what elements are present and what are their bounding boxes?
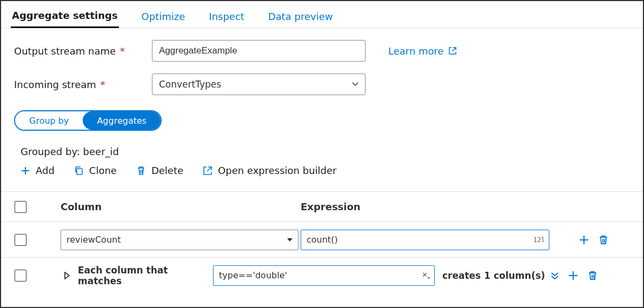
aggregates-table: Column Expression reviewCount count() 12… — [1, 191, 643, 293]
toolbar: Add Clone Delete Open expression builder — [21, 165, 643, 176]
open-external-icon — [203, 166, 213, 176]
pattern-suffix-label: creates 1 column(s) — [442, 270, 545, 281]
caret-right-icon — [64, 272, 70, 279]
header-column: Column — [40, 201, 301, 212]
tab-data-preview[interactable]: Data preview — [267, 11, 334, 28]
open-external-icon — [448, 46, 457, 55]
trash-icon — [587, 270, 598, 281]
table-header: Column Expression — [1, 192, 643, 222]
segment-group-by[interactable]: Group by — [15, 111, 83, 130]
clear-icon[interactable]: ✕▾ — [422, 271, 430, 280]
select-all-checkbox[interactable] — [15, 201, 26, 213]
output-stream-label: Output stream name * — [14, 45, 152, 57]
add-row-button[interactable] — [568, 270, 579, 281]
segment-aggregates[interactable]: Aggregates — [83, 111, 161, 130]
delete-row-button[interactable] — [587, 270, 598, 281]
plus-icon — [568, 270, 579, 281]
plus-icon — [579, 235, 589, 245]
open-expression-builder-button[interactable]: Open expression builder — [203, 165, 336, 176]
pattern-condition-input[interactable]: type=='double' ✕▾ — [213, 265, 435, 286]
plus-icon — [21, 166, 30, 176]
trash-icon — [598, 235, 609, 245]
trash-icon — [136, 166, 146, 176]
copy-icon — [74, 166, 84, 176]
pattern-prefix-label: Each column that matches — [78, 265, 213, 286]
table-row: Each column that matches type=='double' … — [1, 258, 643, 293]
output-stream-input[interactable] — [152, 40, 366, 62]
tab-inspect[interactable]: Inspect — [208, 11, 245, 28]
incoming-stream-label: Incoming stream * — [14, 79, 152, 90]
row-checkbox[interactable] — [15, 270, 26, 282]
output-stream-row: Output stream name * Learn more — [1, 40, 643, 62]
tab-optimize[interactable]: Optimize — [141, 11, 187, 28]
expression-input[interactable]: count() 12l — [301, 230, 549, 250]
delete-row-button[interactable] — [598, 235, 609, 245]
svg-rect-0 — [77, 169, 82, 175]
table-row: reviewCount count() 12l — [1, 222, 643, 258]
grouped-by-label: Grouped by: beer_id — [21, 146, 643, 157]
incoming-stream-row: Incoming stream * ConvertTypes — [1, 73, 643, 95]
row-checkbox[interactable] — [15, 234, 26, 246]
header-expression: Expression — [301, 201, 561, 212]
incoming-stream-select[interactable]: ConvertTypes — [152, 73, 366, 95]
group-aggregate-toggle: Group by Aggregates — [14, 110, 162, 131]
tab-bar: Aggregate settings Optimize Inspect Data… — [1, 1, 643, 28]
tab-aggregate-settings[interactable]: Aggregate settings — [11, 10, 119, 28]
add-button[interactable]: Add — [21, 165, 55, 176]
clone-button[interactable]: Clone — [74, 165, 117, 176]
delete-button[interactable]: Delete — [136, 165, 183, 176]
expression-type-badge: 12l — [533, 236, 545, 244]
expand-columns-button[interactable] — [550, 271, 559, 280]
chevron-double-down-icon — [550, 271, 559, 280]
caret-down-icon — [287, 237, 293, 243]
learn-more-link[interactable]: Learn more — [388, 45, 457, 57]
add-row-button[interactable] — [579, 235, 589, 245]
expand-row-button[interactable] — [64, 272, 70, 279]
column-name-select[interactable]: reviewCount — [61, 230, 298, 250]
